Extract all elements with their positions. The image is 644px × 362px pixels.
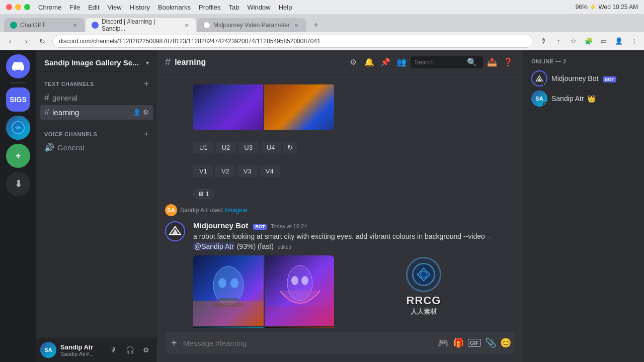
message-percent: (93%) (fast) bbox=[237, 242, 274, 250]
u3-button[interactable]: U3 bbox=[238, 142, 259, 153]
address-bar[interactable]: discord.com/channels/1128282250098787812… bbox=[52, 35, 533, 48]
channel-item-general[interactable]: # general bbox=[40, 90, 153, 105]
reload-button[interactable]: ↻ bbox=[36, 35, 48, 47]
voice-channels-section: VOICE CHANNELS + 🔊 General bbox=[36, 122, 157, 156]
channel-item-general-voice[interactable]: 🔊 General bbox=[40, 141, 153, 154]
input-emoji-icon[interactable]: 😊 bbox=[500, 337, 511, 348]
tab-chatgpt[interactable]: ChatGPT ✕ bbox=[4, 18, 85, 32]
pin-icon[interactable]: 📌 bbox=[378, 55, 392, 69]
tab-chatgpt-close[interactable]: ✕ bbox=[71, 22, 78, 29]
members-icon[interactable]: 👥 bbox=[394, 55, 409, 69]
close-button[interactable] bbox=[6, 4, 12, 10]
server-sidebar: SIGS + ⬇ bbox=[0, 50, 36, 362]
channel-sidebar: Sandip Image Gallery Se... ▾ TEXT CHANNE… bbox=[36, 50, 157, 362]
message-edited-label: edited bbox=[278, 244, 291, 250]
reaction-1[interactable]: 🖥 1 bbox=[193, 189, 214, 199]
menu-tab[interactable]: Tab bbox=[228, 4, 239, 11]
message-input-box: + 🎮 🎁 GIF 📎 😊 bbox=[165, 332, 515, 354]
member-item-midjourney-bot[interactable]: Midjourney Bot BOT bbox=[527, 68, 640, 88]
menu-profiles[interactable]: Profiles bbox=[199, 4, 220, 11]
add-voice-channel-button[interactable]: + bbox=[143, 130, 149, 139]
menu-chrome[interactable]: Chrome bbox=[38, 4, 61, 11]
v1-button[interactable]: V1 bbox=[193, 165, 213, 177]
user-settings-button[interactable]: ⚙ bbox=[139, 343, 153, 357]
server-icon-discord-home[interactable] bbox=[6, 54, 30, 78]
bookmark-star-icon[interactable]: ☆ bbox=[568, 35, 580, 47]
more-icon[interactable]: ⋮ bbox=[628, 35, 640, 47]
user-controls: 🎙 🎧 ⚙ bbox=[107, 343, 153, 357]
server-icon-download[interactable]: ⬇ bbox=[6, 172, 30, 196]
input-upload-icon[interactable]: 📎 bbox=[485, 337, 496, 348]
tab-discord-close[interactable]: ✕ bbox=[183, 22, 190, 29]
message-time-2: Today at 10:24 bbox=[271, 223, 307, 229]
used-command-banner: SA Sandip Atr used /imagine bbox=[157, 203, 523, 217]
server-dropdown-icon[interactable]: ▾ bbox=[146, 59, 149, 66]
midjourney-member-name-area: Midjourney Bot BOT bbox=[551, 74, 616, 83]
user-name-label: Sandip Atr bbox=[60, 343, 103, 351]
svg-point-10 bbox=[291, 276, 298, 285]
learning-hash-icon: # bbox=[44, 107, 49, 118]
input-gift-icon[interactable]: 🎁 bbox=[453, 337, 464, 348]
tab-midjourney-close[interactable]: ✕ bbox=[293, 22, 300, 29]
search-input[interactable] bbox=[415, 59, 465, 66]
inbox-icon[interactable]: 📥 bbox=[485, 55, 499, 69]
refresh-button[interactable]: ↻ bbox=[283, 142, 297, 153]
channel-item-learning[interactable]: # learning 👤 ⚙ bbox=[40, 105, 153, 120]
account-icon[interactable]: 👤 bbox=[613, 35, 625, 47]
add-text-channel-button[interactable]: + bbox=[143, 79, 149, 88]
u4-button[interactable]: U4 bbox=[261, 142, 281, 153]
input-gif-button[interactable]: GIF bbox=[468, 339, 481, 347]
deafen-button[interactable]: 🎧 bbox=[123, 343, 137, 357]
mute-button[interactable]: 🎙 bbox=[107, 343, 121, 357]
tab-discord-label: Discord | #learning | Sandip... bbox=[102, 18, 180, 32]
menu-view[interactable]: View bbox=[108, 4, 122, 11]
server-divider bbox=[10, 82, 26, 83]
forward-button[interactable]: › bbox=[20, 35, 32, 47]
tab-discord[interactable]: Discord | #learning | Sandip... ✕ bbox=[86, 18, 196, 32]
search-box[interactable]: 🔍 bbox=[411, 56, 483, 68]
svg-point-3 bbox=[218, 278, 226, 288]
messages-area[interactable]: U1 U2 U3 U4 ↻ V1 V2 V3 V4 bbox=[157, 74, 523, 328]
v4-button[interactable]: V4 bbox=[260, 165, 280, 177]
minimize-button[interactable] bbox=[15, 4, 21, 10]
input-activity-icon[interactable]: 🎮 bbox=[438, 337, 449, 348]
menu-history[interactable]: History bbox=[130, 4, 150, 11]
message-author-2: Midjourney Bot bbox=[193, 221, 248, 230]
sidebar-icon[interactable]: ▭ bbox=[598, 35, 610, 47]
help-icon[interactable]: ❓ bbox=[501, 55, 515, 69]
message-header-2: Midjourney Bot BOT Today at 10:24 bbox=[193, 221, 515, 230]
v3-button[interactable]: V3 bbox=[237, 165, 258, 177]
menu-window[interactable]: Window bbox=[247, 4, 270, 11]
channel-sidebar-header[interactable]: Sandip Image Gallery Se... ▾ bbox=[36, 50, 157, 71]
tab-midjourney[interactable]: Midjourney Video Parameter ✕ bbox=[197, 18, 306, 32]
member-item-sandip[interactable]: SA Sandip Atr 👑 bbox=[527, 88, 640, 109]
browser-status-right: 96% ⚡ Wed 10:25 AM bbox=[576, 4, 638, 11]
message-input[interactable] bbox=[183, 335, 434, 351]
menu-edit[interactable]: Edit bbox=[88, 4, 99, 11]
server-icon-sigs[interactable]: SIGS bbox=[6, 87, 30, 112]
v2-button[interactable]: V2 bbox=[215, 165, 235, 177]
menu-file[interactable]: File bbox=[69, 4, 80, 11]
threads-icon[interactable]: ⚙ bbox=[346, 55, 360, 69]
maximize-button[interactable] bbox=[24, 4, 30, 10]
menu-help[interactable]: Help bbox=[279, 4, 292, 11]
voice-speaker-icon: 🔊 bbox=[44, 143, 54, 152]
menu-bookmarks[interactable]: Bookmarks bbox=[158, 4, 191, 11]
message-add-button[interactable]: + bbox=[169, 337, 179, 349]
u1-button[interactable]: U1 bbox=[193, 142, 214, 153]
u2-button[interactable]: U2 bbox=[216, 142, 236, 153]
server-icon-2[interactable] bbox=[6, 116, 30, 140]
user-area: SA Sandip Atr Sandip Atr#... 🎙 🎧 ⚙ bbox=[36, 338, 157, 362]
extensions-icon[interactable]: 🧩 bbox=[583, 35, 595, 47]
back-button[interactable]: ‹ bbox=[4, 35, 16, 47]
bell-icon[interactable]: 🔔 bbox=[362, 55, 376, 69]
share-icon[interactable]: ↑ bbox=[552, 35, 565, 47]
discord-app: SIGS + ⬇ Sandip Image Gallery Se... ▾ TE… bbox=[0, 50, 644, 362]
main-content: # learning ⚙ 🔔 📌 👥 🔍 📥 ❓ bbox=[157, 50, 523, 362]
message-mention: @Sandip Atr bbox=[193, 242, 235, 250]
svg-point-4 bbox=[230, 278, 238, 288]
channel-settings-icon[interactable]: ⚙ bbox=[143, 109, 149, 116]
new-tab-button[interactable]: + bbox=[309, 18, 323, 32]
mic-icon[interactable]: 🎙 bbox=[537, 35, 549, 47]
server-icon-add[interactable]: + bbox=[6, 144, 30, 168]
